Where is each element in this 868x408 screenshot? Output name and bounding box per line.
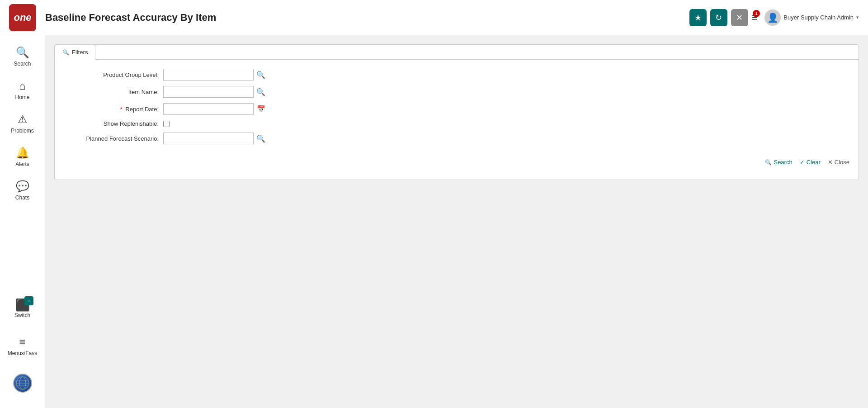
sidebar-item-switch[interactable]: ⬛ ≡ Switch: [0, 292, 45, 325]
clear-action-label: Clear: [807, 159, 821, 166]
filter-content: Product Group Level: 🔍 Item Name: 🔍: [55, 60, 859, 154]
sidebar-label-problems: Problems: [11, 128, 34, 134]
star-icon: ★: [694, 13, 702, 23]
problems-icon: ⚠: [18, 113, 28, 126]
item-name-row: Item Name: 🔍: [64, 86, 849, 98]
report-date-label: * Report Date:: [64, 106, 163, 113]
sidebar-item-chats[interactable]: 💬 Chats: [0, 174, 45, 207]
sidebar-label-menus-favs: Menus/Favs: [8, 350, 37, 356]
show-replenishable-checkbox[interactable]: [163, 121, 170, 127]
sidebar-item-search[interactable]: 🔍 Search: [0, 40, 45, 73]
sidebar-bottom: ⬛ ≡ Switch ≡ Menus/Favs: [0, 292, 45, 408]
sidebar-item-alerts[interactable]: 🔔 Alerts: [0, 140, 45, 174]
show-replenishable-row: Show Replenishable:: [64, 120, 849, 127]
close-action-label: Close: [835, 159, 849, 166]
header-actions: ★ ↻ ✕ ≡ 1 👤 Buyer Supply Chain Admin ▾: [689, 9, 859, 26]
show-replenishable-label: Show Replenishable:: [64, 120, 163, 127]
sidebar-item-menus-favs[interactable]: ≡ Menus/Favs: [0, 329, 45, 363]
filter-panel: 🔍 Filters Product Group Level: 🔍 Item Na…: [54, 44, 859, 180]
header: one Baseline Forecast Accuracy By Item ★…: [0, 0, 868, 35]
close-icon: ✕: [736, 13, 743, 23]
product-group-level-label: Product Group Level:: [64, 71, 163, 78]
search-small-icon-2: 🔍: [256, 88, 265, 96]
required-star: *: [120, 106, 123, 113]
main-layout: 🔍 Search ⌂ Home ⚠ Problems 🔔 Alerts 💬 Ch…: [0, 35, 868, 408]
home-icon: ⌂: [19, 80, 26, 92]
sidebar: 🔍 Search ⌂ Home ⚠ Problems 🔔 Alerts 💬 Ch…: [0, 35, 45, 408]
report-date-label-text: Report Date:: [125, 106, 159, 113]
filter-tab-filters[interactable]: 🔍 Filters: [55, 45, 95, 60]
filter-tab-icon: 🔍: [62, 49, 69, 56]
item-name-input[interactable]: [163, 86, 254, 98]
app-logo[interactable]: one: [9, 4, 36, 31]
calendar-icon: 📅: [257, 105, 265, 113]
page-title: Baseline Forecast Accuracy By Item: [45, 12, 689, 24]
search-icon: 🔍: [16, 46, 29, 59]
planned-forecast-scenario-input[interactable]: [163, 133, 254, 144]
report-date-calendar-button[interactable]: 📅: [255, 104, 266, 114]
sidebar-item-problems[interactable]: ⚠ Problems: [0, 107, 45, 140]
switch-icon-wrap: ⬛ ≡: [15, 298, 30, 312]
sidebar-item-globe[interactable]: [0, 367, 45, 399]
filter-tab-label: Filters: [72, 49, 88, 56]
filter-actions: 🔍 Search ✓ Clear ✕ Close: [55, 154, 859, 172]
sidebar-label-switch: Switch: [14, 312, 30, 318]
logo-text: one: [14, 12, 31, 24]
user-dropdown-arrow: ▾: [856, 14, 859, 20]
avatar-icon: 👤: [767, 12, 778, 23]
refresh-icon: ↻: [715, 13, 722, 23]
clear-action-icon: ✓: [800, 159, 805, 166]
sidebar-label-alerts: Alerts: [15, 161, 29, 167]
report-date-row: * Report Date: 📅: [64, 103, 849, 115]
refresh-button[interactable]: ↻: [710, 9, 727, 26]
alerts-icon: 🔔: [16, 147, 29, 159]
content-area: 🔍 Filters Product Group Level: 🔍 Item Na…: [45, 35, 868, 408]
globe-avatar: [13, 374, 32, 393]
planned-forecast-scenario-search-button[interactable]: 🔍: [255, 133, 266, 144]
user-name: Buyer Supply Chain Admin: [783, 14, 854, 21]
menu-icon-wrap[interactable]: ≡ 1: [752, 12, 758, 24]
sidebar-item-home[interactable]: ⌂ Home: [0, 73, 45, 107]
favorite-button[interactable]: ★: [689, 9, 707, 26]
user-area[interactable]: 👤 Buyer Supply Chain Admin ▾: [764, 9, 859, 26]
sidebar-label-search: Search: [14, 61, 31, 67]
product-group-level-row: Product Group Level: 🔍: [64, 69, 849, 81]
report-date-input[interactable]: [163, 103, 254, 115]
menus-favs-icon: ≡: [19, 336, 25, 348]
avatar: 👤: [764, 9, 781, 26]
product-group-level-search-button[interactable]: 🔍: [255, 69, 266, 80]
notification-badge: 1: [753, 10, 760, 17]
item-name-label: Item Name:: [64, 89, 163, 95]
search-small-icon-3: 🔍: [256, 134, 265, 143]
switch-badge: ≡: [24, 296, 33, 305]
close-button[interactable]: ✕: [731, 9, 748, 26]
planned-forecast-scenario-row: Planned Forecast Scenario: 🔍: [64, 133, 849, 144]
globe-icon: [16, 376, 29, 390]
product-group-level-input[interactable]: [163, 69, 254, 81]
close-action-link[interactable]: ✕ Close: [828, 159, 849, 166]
planned-forecast-scenario-label: Planned Forecast Scenario:: [64, 135, 163, 142]
item-name-search-button[interactable]: 🔍: [255, 86, 266, 97]
filter-tabs: 🔍 Filters: [55, 45, 859, 60]
sidebar-label-chats: Chats: [15, 195, 29, 201]
search-action-label: Search: [774, 159, 792, 166]
search-action-icon: 🔍: [765, 159, 772, 166]
chats-icon: 💬: [16, 180, 29, 193]
sidebar-label-home: Home: [15, 94, 29, 100]
search-small-icon: 🔍: [256, 71, 265, 79]
clear-action-link[interactable]: ✓ Clear: [800, 159, 821, 166]
search-action-link[interactable]: 🔍 Search: [765, 159, 792, 166]
close-action-icon: ✕: [828, 159, 833, 166]
